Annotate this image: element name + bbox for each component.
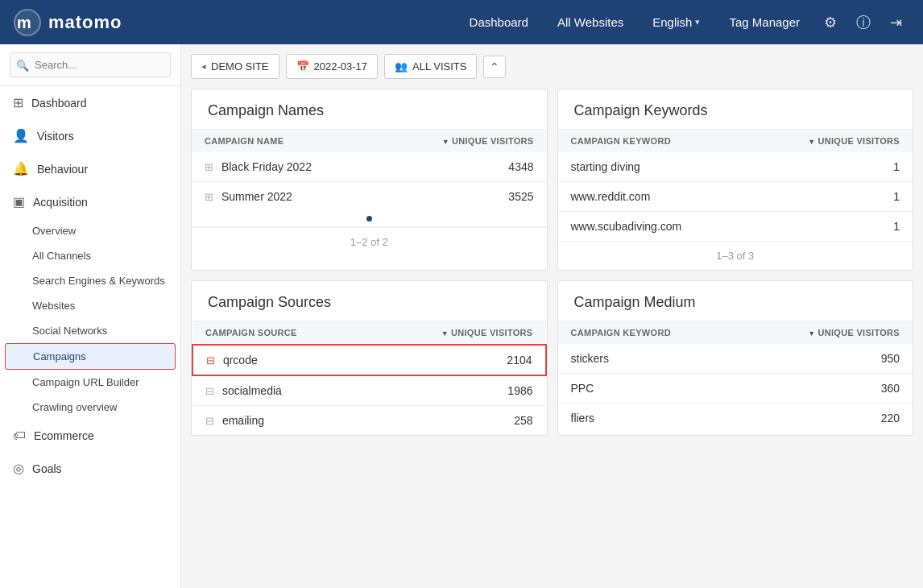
sort-icon-4 [808, 328, 817, 337]
campaign-names-footer: 1–2 of 2 [192, 227, 547, 256]
campaign-medium-header: Campaign Medium [558, 281, 913, 321]
table-row: ⊞ Summer 2022 3525 [192, 182, 547, 212]
sort-icon-1 [442, 136, 452, 146]
campaign-medium-card: Campaign Medium CAMPAIGN KEYWORD UNIQUE … [557, 280, 914, 436]
svg-text:m: m [17, 14, 31, 31]
sidebar: 🔍 ⊞ Dashboard 👤 Visitors 🔔 Behaviour ▣ A… [0, 44, 181, 588]
campaign-names-header: Campaign Names [192, 89, 547, 130]
plus-box-icon: ⊞ [205, 161, 213, 173]
campaign-names-title: Campaign Names [208, 102, 324, 118]
dot-1 [366, 216, 372, 222]
sidebar-sub-social-networks[interactable]: Social Networks [0, 318, 180, 343]
sidebar-sub-crawling-overview[interactable]: Crawling overview [0, 395, 180, 420]
table-row: www.scubadiving.com 1 [558, 212, 913, 242]
calendar-icon: 📅 [296, 60, 309, 72]
sidebar-sub-overview[interactable]: Overview [0, 218, 180, 243]
campaign-medium-table: CAMPAIGN KEYWORD UNIQUE VISITORS sticker… [558, 321, 913, 433]
table-row: www.reddit.com 1 [558, 182, 913, 212]
ecommerce-icon: 🏷 [13, 429, 26, 443]
table-row-highlighted: ⊟ qrcode 2104 [192, 345, 546, 375]
sidebar-sub-campaign-url-builder[interactable]: Campaign URL Builder [0, 370, 180, 395]
sort-icon-3 [441, 328, 451, 337]
sidebar-item-ecommerce[interactable]: 🏷 Ecommerce [0, 420, 180, 452]
table-row: stickers 950 [558, 344, 913, 374]
visitors-icon: 👥 [395, 60, 408, 72]
col-unique-visitors-2: UNIQUE VISITORS [749, 130, 913, 152]
sidebar-sub-campaigns[interactable]: Campaigns [5, 343, 176, 370]
app-name: matomo [48, 12, 122, 33]
campaign-sources-card: Campaign Sources CAMPAIGN SOURCE UNIQUE … [191, 280, 548, 436]
campaign-keywords-table: CAMPAIGN KEYWORD UNIQUE VISITORS startin… [558, 130, 913, 241]
sidebar-item-dashboard[interactable]: ⊞ Dashboard [0, 86, 180, 119]
nav-dashboard[interactable]: Dashboard [457, 9, 541, 35]
table-row: ⊟ socialmedia 1986 [192, 375, 546, 406]
settings-icon[interactable]: ⚙ [816, 9, 845, 36]
sidebar-item-visitors[interactable]: 👤 Visitors [0, 119, 180, 152]
col-unique-visitors-4: UNIQUE VISITORS [742, 321, 913, 344]
campaign-sources-title: Campaign Sources [208, 294, 331, 310]
col-campaign-name: CAMPAIGN NAME [192, 130, 380, 152]
filter-arrow-icon: ◂ [201, 61, 206, 72]
app-body: 🔍 ⊞ Dashboard 👤 Visitors 🔔 Behaviour ▣ A… [0, 44, 923, 588]
minus-box-icon-highlighted: ⊟ [206, 354, 215, 366]
table-row: PPC 360 [558, 374, 913, 404]
acquisition-icon: ▣ [13, 194, 25, 209]
col-campaign-keyword: CAMPAIGN KEYWORD [558, 130, 749, 152]
nav-all-websites[interactable]: All Websites [544, 9, 636, 35]
campaign-keywords-title: Campaign Keywords [574, 102, 708, 118]
table-row: fliers 220 [558, 404, 913, 433]
main-content: ◂ DEMO SITE 📅 2022-03-17 👥 ALL VISITS ⌃ … [181, 44, 923, 588]
search-icon: 🔍 [16, 59, 29, 71]
table-row: starting diving 1 [558, 152, 913, 182]
sidebar-sub-search-engines[interactable]: Search Engines & Keywords [0, 268, 180, 293]
filter-bar: ◂ DEMO SITE 📅 2022-03-17 👥 ALL VISITS ⌃ [191, 54, 913, 79]
pagination-dots [192, 211, 547, 227]
date-filter[interactable]: 📅 2022-03-17 [286, 54, 379, 79]
sidebar-sub-websites[interactable]: Websites [0, 293, 180, 318]
minus-box-icon-3: ⊟ [205, 415, 214, 427]
campaign-keywords-card: Campaign Keywords CAMPAIGN KEYWORD UNIQU… [557, 89, 914, 271]
sidebar-sub-all-channels[interactable]: All Channels [0, 243, 180, 268]
nav-tag-manager[interactable]: Tag Manager [716, 9, 813, 35]
matomo-logo-icon: m [13, 8, 42, 37]
campaign-sources-table: CAMPAIGN SOURCE UNIQUE VISITORS ⊟ qrcode [192, 321, 547, 435]
campaign-keywords-header: Campaign Keywords [558, 89, 913, 130]
chevron-up-icon: ⌃ [490, 60, 499, 73]
campaign-keywords-footer: 1–3 of 3 [558, 241, 913, 270]
sidebar-item-behaviour[interactable]: 🔔 Behaviour [0, 152, 180, 185]
visits-filter[interactable]: 👥 ALL VISITS [384, 54, 477, 79]
nav-language[interactable]: English ▾ [639, 9, 713, 35]
table-row: ⊞ Black Friday 2022 4348 [192, 152, 547, 182]
goals-icon: ◎ [13, 461, 24, 476]
language-dropdown-arrow: ▾ [695, 17, 700, 27]
col-campaign-medium: CAMPAIGN KEYWORD [558, 321, 742, 344]
col-unique-visitors-3: UNIQUE VISITORS [369, 321, 545, 345]
campaign-medium-title: Campaign Medium [574, 294, 696, 310]
collapse-button[interactable]: ⌃ [483, 56, 506, 78]
bell-icon: 🔔 [13, 161, 29, 176]
nav-links: Dashboard All Websites English ▾ Tag Man… [457, 8, 910, 37]
search-input[interactable] [10, 52, 171, 77]
campaign-names-table: CAMPAIGN NAME UNIQUE VISITORS ⊞ Black Fr… [192, 130, 547, 211]
table-row: ⊟ emailing 258 [192, 406, 546, 436]
minus-box-icon-2: ⊟ [205, 385, 214, 397]
info-icon[interactable]: ⓘ [848, 8, 879, 37]
logout-icon[interactable]: ⇥ [882, 9, 910, 36]
top-navigation: m matomo Dashboard All Websites English … [0, 0, 923, 44]
sort-icon-2 [808, 136, 817, 146]
grid-icon: ⊞ [13, 95, 23, 110]
campaign-names-card: Campaign Names CAMPAIGN NAME UNIQUE VISI… [191, 89, 548, 271]
col-unique-visitors-1: UNIQUE VISITORS [380, 130, 547, 152]
cards-grid: Campaign Names CAMPAIGN NAME UNIQUE VISI… [191, 89, 913, 436]
sidebar-item-goals[interactable]: ◎ Goals [0, 452, 180, 485]
sidebar-item-acquisition[interactable]: ▣ Acquisition [0, 185, 180, 218]
demo-site-filter[interactable]: ◂ DEMO SITE [191, 54, 279, 79]
col-campaign-source: CAMPAIGN SOURCE [192, 321, 369, 345]
search-bar-container: 🔍 [0, 44, 180, 86]
plus-box-icon-2: ⊞ [205, 191, 213, 203]
users-icon: 👤 [13, 128, 29, 143]
campaign-sources-header: Campaign Sources [192, 281, 547, 321]
logo-area: m matomo [13, 8, 122, 37]
